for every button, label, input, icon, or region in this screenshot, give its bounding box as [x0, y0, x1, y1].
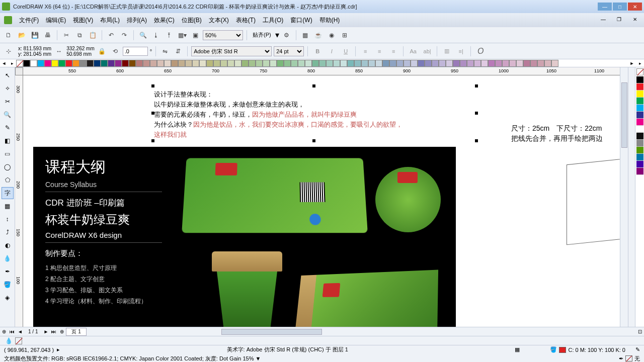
selection-handle[interactable]	[475, 112, 478, 115]
color-swatch[interactable]	[129, 60, 136, 67]
palette-menu-icon[interactable]: ▸	[8, 60, 16, 67]
color-swatch[interactable]	[389, 60, 396, 67]
ellipse-tool-icon[interactable]: ◯	[2, 161, 14, 173]
docker-tabs[interactable]	[628, 67, 635, 327]
color-swatch[interactable]	[277, 60, 284, 67]
color-swatch[interactable]	[178, 60, 185, 67]
color-swatch[interactable]	[453, 60, 460, 67]
doc-restore-button[interactable]: ❐	[617, 17, 624, 24]
color-swatch[interactable]	[537, 60, 544, 67]
edit-fill-icon[interactable]: ✎	[635, 346, 640, 353]
color-swatch[interactable]	[636, 105, 643, 112]
italic-icon[interactable]: I	[326, 46, 338, 57]
color-swatch[interactable]	[474, 60, 481, 67]
crop-tool-icon[interactable]: ✂	[2, 96, 14, 108]
color-swatch[interactable]	[439, 60, 446, 67]
page-last-icon[interactable]: ⏭	[50, 329, 58, 334]
color-swatch[interactable]	[220, 60, 227, 67]
color-swatch[interactable]	[375, 60, 382, 67]
color-swatch[interactable]	[636, 98, 643, 105]
color-swatch[interactable]	[234, 60, 242, 67]
table-tool-icon[interactable]: ▦	[2, 200, 14, 212]
menu-text[interactable]: 文本(X)	[209, 16, 229, 25]
font-size-select[interactable]: 24 pt	[274, 46, 304, 56]
color-swatch[interactable]	[298, 60, 305, 67]
color-swatch[interactable]	[87, 60, 94, 67]
color-swatch[interactable]	[636, 83, 643, 90]
freehand-tool-icon[interactable]: ✎	[2, 122, 14, 134]
search-icon[interactable]: 🔍	[137, 30, 148, 41]
undo-icon[interactable]: ↶	[106, 30, 117, 41]
pick-tool-icon[interactable]: ↖	[2, 69, 14, 81]
color-swatch[interactable]	[347, 60, 354, 67]
color-swatch[interactable]	[143, 60, 150, 67]
color-swatch[interactable]	[544, 60, 551, 67]
color-swatch[interactable]	[101, 60, 108, 67]
options-icon[interactable]: ⚙	[281, 30, 292, 41]
color-swatch[interactable]	[206, 60, 213, 67]
color-swatch[interactable]	[242, 60, 249, 67]
outline-swatch[interactable]	[625, 355, 632, 361]
selection-handle[interactable]	[475, 84, 478, 87]
effects-tool-icon[interactable]: ◐	[2, 239, 14, 251]
palette-left-icon[interactable]: ◄	[0, 60, 8, 67]
color-swatch[interactable]	[636, 126, 643, 133]
ruler-origin[interactable]	[15, 67, 23, 75]
color-swatch[interactable]	[51, 60, 58, 67]
no-fill-icon[interactable]	[15, 337, 22, 344]
redo-icon[interactable]: ↷	[119, 30, 130, 41]
interactive-fill-icon[interactable]: ◈	[2, 292, 14, 304]
color-swatch[interactable]	[467, 60, 474, 67]
shape-tool-icon[interactable]: ✧	[2, 82, 14, 95]
color-swatch[interactable]	[488, 60, 495, 67]
text-direction-icon[interactable]: ≡|	[455, 46, 467, 57]
new-icon[interactable]: 🗋	[3, 30, 14, 41]
color-swatch[interactable]	[185, 60, 192, 67]
canvas[interactable]: 设计手法整体表现： 以牛奶绿豆来做整体表现，来做创意来做主的表现， 需要的元素必…	[23, 75, 620, 327]
scrollbar-vertical[interactable]	[620, 67, 628, 327]
outline-indicator-icon[interactable]: ✒	[619, 355, 623, 362]
color-swatch[interactable]	[523, 60, 530, 67]
color-swatch[interactable]	[354, 60, 361, 67]
color-swatch[interactable]	[636, 119, 643, 126]
menu-window[interactable]: 窗口(W)	[290, 16, 312, 25]
color-swatch[interactable]	[115, 60, 122, 67]
zoom-select[interactable]: 50%	[203, 30, 243, 40]
cut-icon[interactable]: ✂	[61, 30, 72, 41]
mirror-h-icon[interactable]: ⇋	[159, 46, 171, 57]
color-swatch[interactable]	[227, 60, 234, 67]
page-prev-icon[interactable]: ◄	[16, 329, 24, 334]
color-swatch[interactable]	[636, 133, 643, 140]
cursor-menu-icon[interactable]: ▸	[57, 346, 60, 353]
color-swatch[interactable]	[79, 60, 87, 67]
import-icon[interactable]: ⭳	[150, 30, 162, 41]
bold-icon[interactable]: B	[311, 46, 324, 57]
navigator-icon[interactable]: ⊡	[636, 329, 644, 334]
eyedropper-tool-icon[interactable]: 💧	[2, 252, 14, 264]
lock-icon[interactable]: 🔒	[97, 46, 108, 57]
connect-icon[interactable]: ⊞	[339, 30, 350, 41]
eyedropper-icon[interactable]: 💧	[3, 335, 14, 346]
no-color-swatch[interactable]	[636, 68, 643, 75]
text-tool-icon[interactable]: 字	[2, 187, 14, 199]
publish-icon[interactable]: ▦▾	[177, 30, 188, 41]
connector-tool-icon[interactable]: ⤴	[2, 226, 14, 238]
color-swatch[interactable]	[171, 60, 178, 67]
menu-view[interactable]: 视图(V)	[73, 16, 93, 25]
color-swatch[interactable]	[249, 60, 256, 67]
doc-minimize-button[interactable]: —	[601, 17, 608, 24]
color-swatch[interactable]	[530, 60, 537, 67]
font-select[interactable]: Adobe 仿宋 Std R	[191, 46, 272, 56]
color-swatch[interactable]	[502, 60, 509, 67]
color-swatch[interactable]	[108, 60, 115, 67]
scrollbar-horizontal[interactable]	[91, 328, 632, 335]
text-format-icon[interactable]: Aa	[407, 46, 419, 57]
palette-right-icon[interactable]: ►	[628, 60, 636, 67]
menu-tools[interactable]: 工具(O)	[263, 16, 283, 25]
menu-arrange[interactable]: 排列(A)	[127, 16, 147, 25]
color-swatch[interactable]	[136, 60, 143, 67]
color-swatch[interactable]	[636, 112, 643, 119]
menu-edit[interactable]: 编辑(E)	[46, 16, 66, 25]
color-swatch[interactable]	[326, 60, 333, 67]
save-icon[interactable]: 💾	[29, 30, 40, 41]
